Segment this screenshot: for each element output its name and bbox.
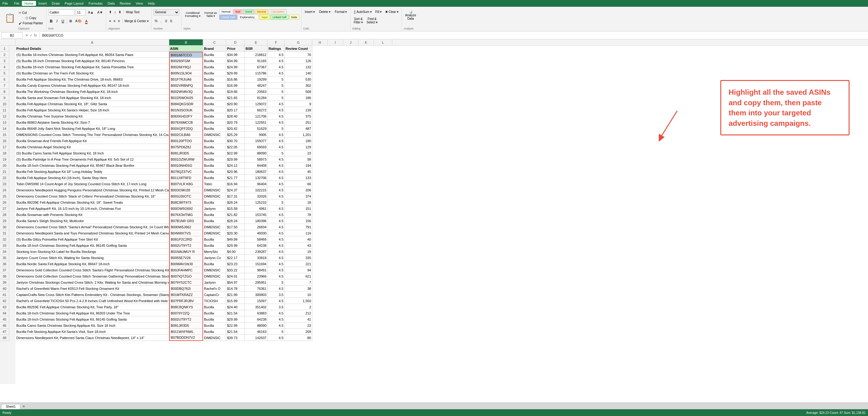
cell-G[interactable]: 45 [285,169,312,175]
cell-A[interactable]: Tobin DWS990 14 Count Angel of Joy Stock… [16,181,169,187]
cell-E[interactable]: 69593 [245,144,268,150]
cell-C[interactable]: DIMENSIC [203,230,226,236]
cell-D[interactable]: $20.90 [226,101,245,107]
cell-D[interactable]: $24.37 [226,187,245,193]
cell-D[interactable]: $19.66 [226,89,245,95]
cell-E[interactable]: 58466 [245,236,268,243]
row-header-25[interactable]: 25 [0,193,9,199]
cell-A[interactable]: Bucilla Candy Express Christmas Stocking… [16,83,169,89]
cell-F[interactable]: 4.5 [268,322,285,329]
cell-C[interactable]: Bucilla [203,107,226,113]
cell-G[interactable]: 1,550 [285,298,312,304]
cell-F[interactable]: 4.5 [268,273,285,279]
row-header-47[interactable]: 47 [0,329,9,335]
cell-B[interactable]: B01NAUMUY R [169,249,203,255]
cell-A[interactable]: Janlynn Count Cross Stitch Kit, Waiting … [16,255,169,261]
header-cell-B[interactable]: ASIN [169,45,203,52]
row-header-31[interactable]: 31 [0,230,9,236]
cell-G[interactable]: 41 [285,316,312,322]
cell-F[interactable]: 5 [268,199,285,205]
cell-B[interactable]: B000W5J662 [169,224,203,230]
cell-B[interactable]: B08C8RT473 [169,199,203,205]
cell-D[interactable]: $14.78 [226,286,245,292]
format-painter-button[interactable]: 🖌 Format Painter [18,21,44,26]
add-sheet-button[interactable]: + [21,404,27,409]
cell-E[interactable]: 23563 [245,89,268,95]
cell-F[interactable]: 4.5 [268,212,285,218]
cell-E[interactable]: 96404 [245,181,268,187]
cell-A[interactable]: Bucilla Santa and Snowman Felt Applique … [16,95,169,101]
cell-B[interactable]: B00OW5G692 [169,205,203,212]
cell-G[interactable]: 38 [285,286,312,292]
cell-D[interactable]: $22.99 [226,150,245,156]
comma-button[interactable]: , [159,19,163,24]
cell-C[interactable]: Tobin [203,181,226,187]
cell-C[interactable]: Bucilla [203,52,226,58]
cell-B[interactable]: B002WVAV3Q [169,89,203,95]
tab-insert[interactable]: Insert [36,1,50,6]
cell-D[interactable]: $20.17 [226,107,245,113]
cell-E[interactable]: 153745 [245,212,268,218]
cell-B[interactable]: B007IQTZGO [169,273,203,279]
cell-A[interactable]: Dimensions Counted Cross Stitch 'Stack o… [16,193,169,199]
header-cell-C[interactable]: Brand [203,45,226,52]
cell-C[interactable]: Janlynn [203,279,226,286]
cell-G[interactable]: 9 [285,101,312,107]
cell-D[interactable]: $29.99 [226,156,245,162]
tab-page-layout[interactable]: Page Layout [62,1,86,6]
cell-F[interactable]: 5 [268,150,285,156]
insert-function-button[interactable]: fx [34,33,37,37]
cell-C[interactable]: TICIOSH [203,298,226,304]
cell-C[interactable]: MerrySto [203,249,226,255]
cell-G[interactable]: 221 [285,261,312,267]
cell-B[interactable]: B001DZWURW [169,156,203,162]
cell-G[interactable]: 302 [285,83,312,89]
cell-B[interactable]: B00120PTOO [169,138,203,144]
cell-D[interactable]: $21.77 [226,175,245,181]
cell-D[interactable]: $54.97 [226,279,245,286]
cell-C[interactable]: Bucilla [203,89,226,95]
cell-D[interactable]: $23.23 [226,261,245,267]
cell-C[interactable]: Bucilla [203,119,226,126]
cell-F[interactable]: 5 [268,329,285,335]
cell-F[interactable]: 4.5 [268,261,285,267]
style-linked-button[interactable]: Linked Cell [271,15,289,20]
cell-B[interactable]: B007VLR K8G [169,181,203,187]
cell-F[interactable]: 4.5 [268,310,285,316]
cell-D[interactable]: $17.31 [226,193,245,199]
cell-C[interactable]: Bucilla [203,316,226,322]
row-header-18[interactable]: 18 [0,150,9,156]
row-header-12[interactable]: 12 [0,113,9,119]
cell-B[interactable]: B081P2C2RD [169,236,203,243]
cell-A[interactable]: Stocking Icon Stocking Kit Label for Buc… [16,249,169,255]
cell-C[interactable]: Bucilla [203,95,226,101]
cell-D[interactable]: $29.99 [226,316,245,322]
cell-E[interactable]: 239287 [245,249,268,255]
row-header-36[interactable]: 36 [0,261,9,267]
cell-A[interactable]: Dimensions Needlepoint Santa and Toys Pe… [16,230,169,236]
cell-B[interactable]: B003J26OTC [169,193,203,199]
cell-B[interactable]: B00XQFF2DQ [169,126,203,132]
row-header-15[interactable]: 15 [0,132,9,138]
cell-F[interactable]: 4.5 [268,132,285,138]
cell-C[interactable]: Bucilla [203,199,226,205]
cell-F[interactable]: 4.5 [268,64,285,70]
cell-E[interactable]: 33818 [245,255,268,261]
cell-F[interactable]: 4.5 [268,119,285,126]
cell-D[interactable]: $25.29 [226,132,245,138]
cell-G[interactable]: 10 [285,292,312,298]
cell-E[interactable]: 129072 [245,101,268,107]
cell-D[interactable]: $30.70 [226,138,245,144]
cell-E[interactable]: 15097 [245,298,268,304]
cell-E[interactable]: 88090 [245,150,268,156]
cell-G[interactable]: 621 [285,273,312,279]
cell-A[interactable]: Bucilla Felt Stocking Applique Kit 18" L… [16,169,169,175]
cell-E[interactable]: 98491 [245,267,268,273]
cell-G[interactable]: 206 [285,187,312,193]
cell-G[interactable]: 156 [285,218,312,224]
cell-B[interactable]: B001687CCO [169,52,203,58]
row-header-16[interactable]: 16 [0,138,9,144]
cell-G[interactable]: 212 [285,310,312,316]
cell-D[interactable]: $16.99 [226,83,245,89]
col-header-F[interactable]: F [268,39,285,45]
